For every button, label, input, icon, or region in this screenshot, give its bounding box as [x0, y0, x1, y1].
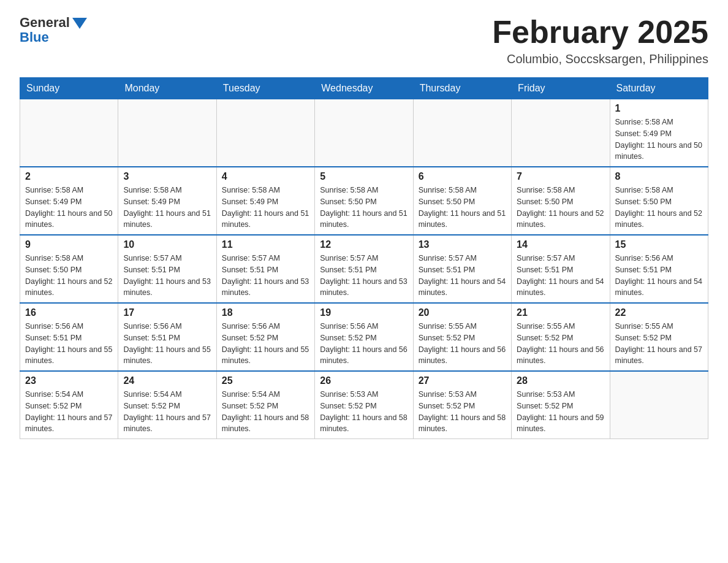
calendar-cell [512, 99, 610, 167]
day-number: 15 [615, 239, 703, 250]
day-info: Sunrise: 5:57 AMSunset: 5:51 PMDaylight:… [517, 253, 604, 299]
calendar-cell: 9Sunrise: 5:58 AMSunset: 5:50 PMDaylight… [20, 235, 118, 303]
day-number: 24 [123, 375, 211, 386]
calendar-cell: 25Sunrise: 5:54 AMSunset: 5:52 PMDayligh… [216, 371, 314, 439]
location-subtitle: Columbio, Soccsksargen, Philippines [492, 52, 708, 66]
day-info: Sunrise: 5:58 AMSunset: 5:49 PMDaylight:… [615, 117, 703, 163]
calendar-header: SundayMondayTuesdayWednesdayThursdayFrid… [20, 78, 708, 99]
weekday-header-thursday: Thursday [413, 78, 511, 99]
day-number: 10 [123, 239, 211, 250]
weekday-header-friday: Friday [512, 78, 610, 99]
day-info: Sunrise: 5:54 AMSunset: 5:52 PMDaylight:… [123, 389, 211, 435]
day-number: 17 [123, 307, 211, 318]
calendar-cell: 26Sunrise: 5:53 AMSunset: 5:52 PMDayligh… [315, 371, 413, 439]
day-info: Sunrise: 5:58 AMSunset: 5:50 PMDaylight:… [320, 185, 408, 231]
day-number: 27 [419, 375, 506, 386]
day-info: Sunrise: 5:53 AMSunset: 5:52 PMDaylight:… [419, 389, 506, 435]
calendar-cell: 8Sunrise: 5:58 AMSunset: 5:50 PMDaylight… [610, 167, 708, 235]
calendar-cell: 13Sunrise: 5:57 AMSunset: 5:51 PMDayligh… [413, 235, 511, 303]
day-info: Sunrise: 5:56 AMSunset: 5:51 PMDaylight:… [25, 321, 113, 367]
calendar-cell: 16Sunrise: 5:56 AMSunset: 5:51 PMDayligh… [20, 303, 118, 371]
day-number: 12 [320, 239, 408, 250]
calendar-cell: 14Sunrise: 5:57 AMSunset: 5:51 PMDayligh… [512, 235, 610, 303]
weekday-header-tuesday: Tuesday [216, 78, 314, 99]
day-info: Sunrise: 5:58 AMSunset: 5:50 PMDaylight:… [615, 185, 703, 231]
calendar-week-row: 23Sunrise: 5:54 AMSunset: 5:52 PMDayligh… [20, 371, 708, 439]
day-info: Sunrise: 5:58 AMSunset: 5:50 PMDaylight:… [25, 253, 113, 299]
day-info: Sunrise: 5:55 AMSunset: 5:52 PMDaylight:… [517, 321, 604, 367]
day-number: 19 [320, 307, 408, 318]
day-info: Sunrise: 5:56 AMSunset: 5:51 PMDaylight:… [615, 253, 703, 299]
calendar-cell [610, 371, 708, 439]
day-number: 23 [25, 375, 113, 386]
day-info: Sunrise: 5:57 AMSunset: 5:51 PMDaylight:… [123, 253, 211, 299]
day-info: Sunrise: 5:58 AMSunset: 5:49 PMDaylight:… [25, 185, 113, 231]
calendar-cell: 23Sunrise: 5:54 AMSunset: 5:52 PMDayligh… [20, 371, 118, 439]
day-info: Sunrise: 5:55 AMSunset: 5:52 PMDaylight:… [615, 321, 703, 367]
calendar-cell: 27Sunrise: 5:53 AMSunset: 5:52 PMDayligh… [413, 371, 511, 439]
calendar-cell [413, 99, 511, 167]
day-info: Sunrise: 5:58 AMSunset: 5:49 PMDaylight:… [123, 185, 211, 231]
day-number: 3 [123, 171, 211, 182]
day-info: Sunrise: 5:55 AMSunset: 5:52 PMDaylight:… [419, 321, 506, 367]
day-number: 2 [25, 171, 113, 182]
calendar-cell: 17Sunrise: 5:56 AMSunset: 5:51 PMDayligh… [118, 303, 216, 371]
day-number: 4 [222, 171, 309, 182]
calendar-cell: 18Sunrise: 5:56 AMSunset: 5:52 PMDayligh… [216, 303, 314, 371]
day-number: 16 [25, 307, 113, 318]
day-info: Sunrise: 5:56 AMSunset: 5:51 PMDaylight:… [123, 321, 211, 367]
calendar-week-row: 2Sunrise: 5:58 AMSunset: 5:49 PMDaylight… [20, 167, 708, 235]
day-info: Sunrise: 5:57 AMSunset: 5:51 PMDaylight:… [419, 253, 506, 299]
weekday-header-wednesday: Wednesday [315, 78, 413, 99]
calendar-cell: 3Sunrise: 5:58 AMSunset: 5:49 PMDaylight… [118, 167, 216, 235]
calendar-cell [216, 99, 314, 167]
calendar-cell: 28Sunrise: 5:53 AMSunset: 5:52 PMDayligh… [512, 371, 610, 439]
day-number: 8 [615, 171, 703, 182]
day-info: Sunrise: 5:53 AMSunset: 5:52 PMDaylight:… [517, 389, 604, 435]
logo-blue-text: Blue [20, 29, 49, 45]
day-number: 22 [615, 307, 703, 318]
logo: General Blue [20, 15, 87, 45]
calendar-cell: 21Sunrise: 5:55 AMSunset: 5:52 PMDayligh… [512, 303, 610, 371]
day-number: 6 [419, 171, 506, 182]
month-title: February 2025 [492, 15, 708, 50]
day-info: Sunrise: 5:58 AMSunset: 5:50 PMDaylight:… [517, 185, 604, 231]
calendar-cell: 5Sunrise: 5:58 AMSunset: 5:50 PMDaylight… [315, 167, 413, 235]
day-number: 5 [320, 171, 408, 182]
calendar-cell: 15Sunrise: 5:56 AMSunset: 5:51 PMDayligh… [610, 235, 708, 303]
day-number: 7 [517, 171, 604, 182]
day-info: Sunrise: 5:54 AMSunset: 5:52 PMDaylight:… [25, 389, 113, 435]
calendar-cell [20, 99, 118, 167]
calendar-week-row: 16Sunrise: 5:56 AMSunset: 5:51 PMDayligh… [20, 303, 708, 371]
calendar-cell [118, 99, 216, 167]
day-info: Sunrise: 5:56 AMSunset: 5:52 PMDaylight:… [320, 321, 408, 367]
day-info: Sunrise: 5:56 AMSunset: 5:52 PMDaylight:… [222, 321, 309, 367]
calendar-cell: 6Sunrise: 5:58 AMSunset: 5:50 PMDaylight… [413, 167, 511, 235]
calendar-cell: 12Sunrise: 5:57 AMSunset: 5:51 PMDayligh… [315, 235, 413, 303]
day-number: 13 [419, 239, 506, 250]
day-number: 26 [320, 375, 408, 386]
calendar-week-row: 1Sunrise: 5:58 AMSunset: 5:49 PMDaylight… [20, 99, 708, 167]
day-number: 28 [517, 375, 604, 386]
calendar-cell: 2Sunrise: 5:58 AMSunset: 5:49 PMDaylight… [20, 167, 118, 235]
weekday-header-row: SundayMondayTuesdayWednesdayThursdayFrid… [20, 78, 708, 99]
logo-arrow-icon [72, 18, 87, 29]
day-number: 21 [517, 307, 604, 318]
logo-top: General [20, 15, 87, 31]
calendar-cell: 20Sunrise: 5:55 AMSunset: 5:52 PMDayligh… [413, 303, 511, 371]
day-number: 9 [25, 239, 113, 250]
day-info: Sunrise: 5:53 AMSunset: 5:52 PMDaylight:… [320, 389, 408, 435]
calendar-cell: 10Sunrise: 5:57 AMSunset: 5:51 PMDayligh… [118, 235, 216, 303]
weekday-header-monday: Monday [118, 78, 216, 99]
day-info: Sunrise: 5:57 AMSunset: 5:51 PMDaylight:… [222, 253, 309, 299]
day-info: Sunrise: 5:58 AMSunset: 5:49 PMDaylight:… [222, 185, 309, 231]
weekday-header-sunday: Sunday [20, 78, 118, 99]
day-number: 25 [222, 375, 309, 386]
calendar-cell: 7Sunrise: 5:58 AMSunset: 5:50 PMDaylight… [512, 167, 610, 235]
logo-general-text: General [20, 15, 70, 31]
day-number: 14 [517, 239, 604, 250]
day-number: 20 [419, 307, 506, 318]
calendar-cell: 22Sunrise: 5:55 AMSunset: 5:52 PMDayligh… [610, 303, 708, 371]
title-block: February 2025 Columbio, Soccsksargen, Ph… [492, 15, 708, 66]
day-number: 18 [222, 307, 309, 318]
